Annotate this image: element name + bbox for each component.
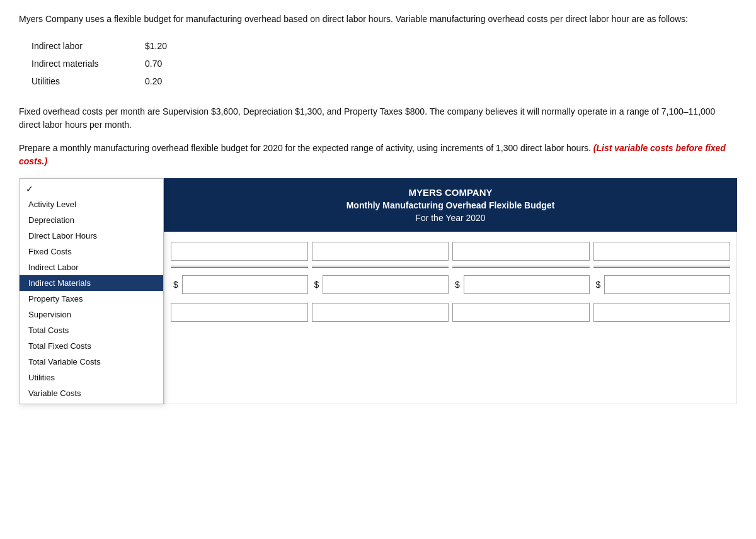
- bottom-input-field-4[interactable]: [593, 303, 731, 322]
- input-cell-1: [171, 242, 308, 261]
- dropdown-item-fixed-costs[interactable]: Fixed Costs: [20, 244, 163, 259]
- dropdown-item-property-taxes[interactable]: Property Taxes: [20, 291, 163, 307]
- dropdown-item-depreciation[interactable]: Depreciation: [20, 212, 163, 228]
- dollar-sign-4: $: [593, 280, 604, 290]
- indirect-labor-label: Indirect labor: [32, 41, 145, 51]
- bottom-cell-4: [593, 303, 731, 322]
- separator-row-1: [164, 264, 736, 269]
- indirect-labor-value: $1.20: [145, 41, 167, 51]
- input-cell-4: [593, 242, 731, 261]
- dollar-input-field-4[interactable]: [604, 275, 730, 294]
- input-field-2[interactable]: [312, 242, 449, 261]
- dollar-input-row: $ $ $ $: [164, 269, 736, 298]
- dollar-sign-2: $: [312, 280, 322, 290]
- dropdown-panel: ✓ Activity Level Depreciation Direct Lab…: [19, 178, 164, 404]
- variable-cost-row-1: Indirect labor $1.20: [32, 41, 737, 51]
- table-area: MYERS COMPANY Monthly Manufacturing Over…: [164, 178, 737, 404]
- dropdown-item-indirect-materials[interactable]: Indirect Materials: [20, 275, 163, 291]
- table-body: $ $ $ $: [164, 232, 737, 404]
- utilities-label: Utilities: [32, 76, 145, 86]
- intro-paragraph-1: Myers Company uses a flexible budget for…: [19, 13, 737, 26]
- input-cell-3: [452, 242, 590, 261]
- dollar-cell-4: $: [593, 275, 731, 294]
- company-name: MYERS COMPANY: [170, 187, 731, 198]
- dropdown-item-utilities[interactable]: Utilities: [20, 370, 163, 385]
- bottom-cell-2: [312, 303, 449, 322]
- dropdown-item-activity-level[interactable]: Activity Level: [20, 196, 163, 212]
- variable-cost-row-3: Utilities 0.20: [32, 76, 737, 86]
- indirect-materials-label: Indirect materials: [32, 59, 145, 69]
- dropdown-item-direct-labor-hours[interactable]: Direct Labor Hours: [20, 228, 163, 244]
- variable-costs-table: Indirect labor $1.20 Indirect materials …: [32, 41, 737, 86]
- prepare-text-start: Prepare a monthly manufacturing overhead…: [19, 143, 593, 153]
- dropdown-item-variable-costs[interactable]: Variable Costs: [20, 385, 163, 401]
- bottom-section: ✓ Activity Level Depreciation Direct Lab…: [19, 178, 737, 404]
- bottom-input-row: [164, 298, 736, 326]
- input-field-3[interactable]: [452, 242, 590, 261]
- bottom-cell-1: [171, 303, 308, 322]
- report-period: For the Year 2020: [170, 213, 731, 223]
- dropdown-item-total-variable-costs[interactable]: Total Variable Costs: [20, 354, 163, 370]
- dollar-cell-1: $: [171, 275, 308, 294]
- variable-cost-row-2: Indirect materials 0.70: [32, 59, 737, 69]
- sep-cell-1: [171, 266, 308, 268]
- bottom-input-field-2[interactable]: [312, 303, 449, 322]
- bottom-input-field-1[interactable]: [171, 303, 308, 322]
- dropdown-checkmark: ✓: [20, 181, 163, 196]
- bottom-input-field-3[interactable]: [452, 303, 590, 322]
- dollar-sign-1: $: [171, 280, 181, 290]
- input-field-4[interactable]: [593, 242, 731, 261]
- indirect-materials-value: 0.70: [145, 59, 162, 69]
- sep-cell-3: [452, 266, 590, 268]
- prepare-paragraph: Prepare a monthly manufacturing overhead…: [19, 142, 737, 168]
- fixed-overhead-paragraph: Fixed overhead costs per month are Super…: [19, 105, 737, 132]
- page-content: Myers Company uses a flexible budget for…: [0, 0, 756, 404]
- input-cell-2: [312, 242, 449, 261]
- dropdown-item-total-fixed-costs[interactable]: Total Fixed Costs: [20, 338, 163, 354]
- dollar-input-field-3[interactable]: [464, 275, 590, 294]
- dropdown-item-indirect-labor[interactable]: Indirect Labor: [20, 259, 163, 275]
- report-title: Monthly Manufacturing Overhead Flexible …: [170, 200, 731, 210]
- input-row-1: [164, 238, 736, 264]
- sep-cell-4: [593, 266, 731, 268]
- dollar-input-field-1[interactable]: [182, 275, 308, 294]
- bottom-cell-3: [452, 303, 590, 322]
- dropdown-item-total-costs[interactable]: Total Costs: [20, 322, 163, 338]
- sep-cell-2: [312, 266, 449, 268]
- dollar-input-field-2[interactable]: [323, 275, 449, 294]
- dollar-cell-3: $: [452, 275, 590, 294]
- utilities-value: 0.20: [145, 76, 162, 86]
- table-header: MYERS COMPANY Monthly Manufacturing Over…: [164, 178, 737, 232]
- dollar-sign-3: $: [452, 280, 462, 290]
- dropdown-item-supervision[interactable]: Supervision: [20, 307, 163, 322]
- dollar-cell-2: $: [312, 275, 449, 294]
- input-field-1[interactable]: [171, 242, 308, 261]
